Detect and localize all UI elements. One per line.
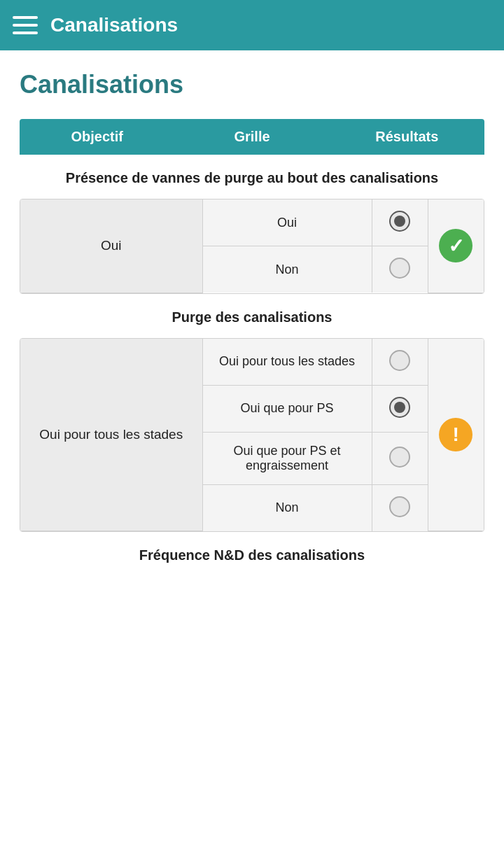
table-row: Oui pour tous les stades Oui pour tous l… [20,339,484,386]
grille-tous-stades: Oui pour tous les stades [202,339,372,386]
result-warning: ! [428,339,484,531]
section3-title: Fréquence N&D des canalisations [20,532,484,569]
table-row: Oui Oui ✓ [20,199,484,246]
col-header-grille: Grille [174,119,329,155]
table-header-row: Objectif Grille Résultats [20,119,484,155]
grille-oui-ps: Oui que pour PS [202,385,372,432]
radio-oui-ps[interactable] [372,385,428,432]
grille-non-2: Non [202,484,372,531]
radio-oui-ps-engraissement[interactable] [372,432,428,484]
app-header: Canalisations [0,0,504,50]
result-check: ✓ [428,199,484,293]
objectif-tous-stades: Oui pour tous les stades [20,339,202,531]
radio-button-non[interactable] [389,258,410,279]
section1-table: Oui Oui ✓ Non [20,199,484,294]
section2-table: Oui pour tous les stades Oui pour tous l… [20,338,484,533]
radio-oui[interactable] [372,199,428,246]
radio-button-tous-stades[interactable] [389,350,410,371]
grille-oui: Oui [202,199,372,246]
radio-button-oui-ps-checked[interactable] [389,397,410,418]
col-header-resultats: Résultats [330,119,484,155]
menu-icon[interactable] [13,16,38,34]
radio-non[interactable] [372,246,428,293]
col-header-objectif: Objectif [20,119,174,155]
radio-non-2[interactable] [372,484,428,531]
header-title: Canalisations [50,14,178,36]
radio-button-non-2[interactable] [389,496,410,517]
page-heading: Canalisations [20,70,484,99]
section1-title: Présence de vannes de purge au bout des … [20,155,484,199]
radio-tous-stades[interactable] [372,339,428,386]
check-icon: ✓ [439,229,472,262]
warning-icon: ! [439,418,472,451]
radio-button-oui-checked[interactable] [389,211,410,232]
grille-non: Non [202,246,372,293]
page-content: Canalisations Objectif Grille Résultats … [0,50,504,597]
section2-title: Purge des canalisations [20,294,484,338]
grille-oui-ps-engraissement: Oui que pour PS et engraissement [202,432,372,484]
objectif-oui: Oui [20,199,202,293]
radio-button-ps-engr[interactable] [389,447,410,468]
